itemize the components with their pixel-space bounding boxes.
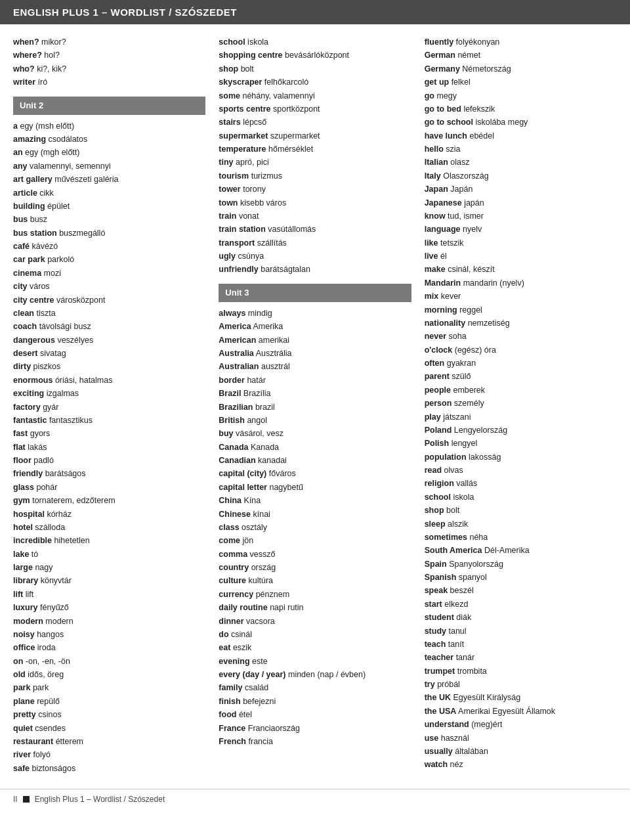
list-item: ugly csúnya: [219, 250, 411, 263]
word-translation: pohár: [36, 483, 57, 492]
word-translation: csendes: [35, 724, 66, 733]
list-item: try próbál: [425, 678, 617, 691]
list-item: go to school iskolába megy: [425, 116, 617, 129]
word-term: border: [219, 376, 245, 385]
word-translation: kever: [441, 292, 461, 301]
list-item: currency pénznem: [219, 588, 411, 601]
word-term: the USA: [425, 707, 457, 716]
list-item: train station vasútállomás: [219, 223, 411, 236]
word-translation: kultúra: [249, 576, 274, 585]
word-term: capital letter: [219, 483, 267, 492]
word-translation: fantasztikus: [49, 416, 93, 425]
word-term: river: [13, 750, 31, 759]
list-item: where? hol?: [13, 49, 205, 62]
word-translation: olvas: [444, 466, 463, 475]
list-item: teach tanít: [425, 638, 617, 651]
word-translation: lépcső: [243, 118, 266, 127]
word-term: school: [219, 37, 245, 47]
word-term: understand: [425, 720, 469, 729]
word-translation: határ: [247, 376, 266, 385]
list-item: always mindig: [219, 307, 411, 320]
list-item: luxury fényűző: [13, 602, 205, 614]
word-translation: író: [38, 77, 48, 87]
word-term: floor: [13, 456, 32, 465]
word-term: bus station: [13, 229, 57, 238]
list-item: pretty csinos: [13, 709, 205, 721]
word-term: who?: [13, 64, 35, 74]
word-term: Brazil: [219, 389, 241, 398]
word-term: large: [13, 563, 33, 572]
word-translation: ország: [251, 563, 276, 572]
word-term: some: [219, 91, 240, 100]
list-item: town kisebb város: [219, 197, 411, 210]
list-item: Poland Lengyelország: [425, 424, 617, 437]
list-item: German német: [425, 49, 617, 62]
word-term: temperature: [219, 144, 266, 154]
word-translation: diák: [456, 613, 471, 622]
word-term: use: [425, 734, 439, 743]
list-item: French francia: [219, 736, 411, 748]
word-translation: gyakran: [447, 359, 476, 368]
word-translation: tud, ismer: [448, 211, 484, 221]
word-term: speak: [425, 586, 448, 595]
word-term: teach: [425, 640, 446, 649]
word-term: South America: [425, 546, 482, 555]
word-translation: padló: [33, 456, 54, 465]
list-item: park park: [13, 682, 205, 694]
list-item: stairs lépcső: [219, 116, 411, 129]
list-item: buy vásárol, vesz: [219, 428, 411, 440]
word-term: dirty: [13, 362, 31, 371]
list-item: class osztály: [219, 521, 411, 534]
word-translation: hangos: [37, 630, 64, 639]
list-item: lift lift: [13, 588, 205, 601]
word-term: article: [13, 188, 37, 198]
word-term: the UK: [425, 693, 451, 702]
word-translation: étterem: [56, 737, 83, 746]
word-term: every (day / year): [219, 670, 285, 679]
word-term: class: [219, 523, 239, 532]
list-item: live él: [425, 250, 617, 263]
word-translation: torony: [243, 185, 266, 194]
list-item: dinner vacsora: [219, 615, 411, 628]
word-term: glass: [13, 483, 34, 492]
word-term: watch: [425, 760, 448, 769]
word-term: Japanese: [425, 198, 462, 208]
word-term: clean: [13, 309, 34, 318]
word-translation: nemzetiség: [468, 319, 510, 328]
word-term: comma: [219, 550, 247, 559]
word-term: nationality: [425, 319, 466, 328]
word-term: go to bed: [425, 104, 461, 114]
word-translation: ebédel: [469, 131, 494, 141]
word-term: bus: [13, 215, 28, 224]
list-item: Germany Németország: [425, 63, 617, 76]
word-translation: Amerikai Egyesült Államok: [458, 707, 555, 716]
word-translation: távolsági busz: [39, 322, 91, 331]
list-item: building épület: [13, 200, 205, 213]
word-translation: jön: [242, 536, 253, 545]
word-term: get up: [425, 77, 450, 87]
word-term: French: [219, 737, 246, 746]
word-translation: tanár: [456, 653, 475, 662]
word-translation: vacsora: [246, 617, 275, 626]
list-item: use használ: [425, 732, 617, 745]
word-translation: japán: [464, 198, 484, 208]
word-translation: elkezd: [444, 600, 468, 609]
list-item: Japanese japán: [425, 197, 617, 210]
word-term: fantastic: [13, 416, 47, 425]
word-term: food: [219, 710, 236, 719]
main-content: when? mikor?where? hol?who? ki?, kik?wri…: [0, 24, 630, 782]
word-term: do: [219, 630, 228, 639]
word-translation: tornaterem, edzőterem: [32, 496, 115, 505]
word-translation: turizmus: [251, 171, 282, 181]
word-translation: kisebb város: [240, 198, 286, 208]
list-item: have lunch ebédel: [425, 130, 617, 143]
list-item: bus station buszmegálló: [13, 227, 205, 240]
word-term: fluently: [425, 37, 453, 47]
list-item: watch néz: [425, 759, 617, 771]
word-translation: művészeti galéria: [54, 175, 118, 184]
word-term: American: [219, 336, 256, 345]
word-term: art gallery: [13, 175, 52, 184]
word-translation: osztály: [242, 523, 267, 532]
word-term: German: [425, 51, 455, 60]
list-item: Spain Spanyolország: [425, 558, 617, 571]
